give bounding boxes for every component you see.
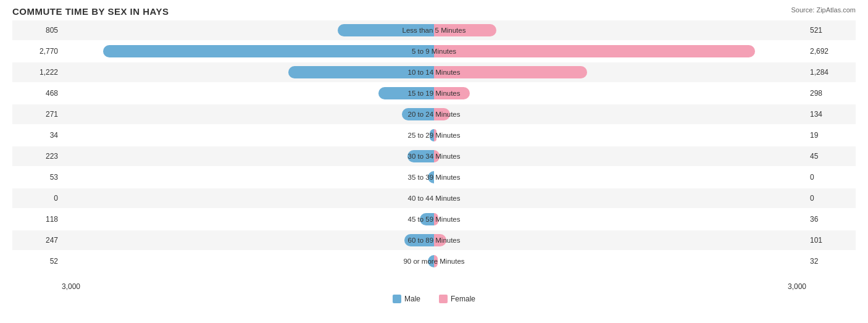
male-bar (103, 45, 434, 57)
female-bar-wrap (434, 129, 792, 141)
male-bar-wrap (76, 255, 434, 267)
female-bar (434, 108, 450, 120)
table-row: 247 60 to 89 Minutes 101 (12, 230, 856, 250)
male-value: 223 (12, 152, 62, 161)
table-row: 0 40 to 44 Minutes 0 (12, 188, 856, 208)
male-value: 1,222 (12, 68, 62, 77)
bars-center: 35 to 39 Minutes (62, 167, 806, 187)
female-value: 0 (806, 173, 856, 182)
male-bar (420, 213, 434, 225)
bars-center: 5 to 9 Minutes (62, 41, 806, 61)
source-text: Source: ZipAtlas.com (791, 6, 856, 14)
bars-center: 40 to 44 Minutes (62, 188, 806, 208)
female-value: 134 (806, 110, 856, 119)
female-bar (434, 213, 438, 225)
female-bar (434, 87, 470, 99)
female-value: 1,284 (806, 68, 856, 77)
male-bar-wrap (76, 129, 434, 141)
table-row: 223 30 to 34 Minutes 45 (12, 146, 856, 166)
bars-center: 90 or more Minutes (62, 251, 806, 271)
female-bar (434, 66, 587, 78)
table-row: 52 90 or more Minutes 32 (12, 251, 856, 271)
bars-center: 25 to 29 Minutes (62, 125, 806, 145)
chart-area: 805 Less than 5 Minutes 521 2,770 5 to 9… (12, 20, 856, 280)
female-bar-wrap (434, 108, 792, 120)
legend: Male Female (12, 295, 856, 303)
male-bar (378, 87, 434, 99)
male-bar (338, 24, 434, 36)
female-bar-wrap (434, 24, 792, 36)
female-value: 298 (806, 89, 856, 98)
axis-bottom: 3,000 3,000 (12, 282, 856, 291)
axis-right-label: 3,000 (788, 282, 806, 291)
male-bar-wrap (76, 24, 434, 36)
bars-center: 45 to 59 Minutes (62, 209, 806, 229)
table-row: 271 20 to 24 Minutes 134 (12, 104, 856, 124)
male-bar (430, 129, 434, 141)
female-bar (434, 150, 440, 162)
female-bar-wrap (434, 255, 792, 267)
male-bar-wrap (76, 87, 434, 99)
male-bar-wrap (76, 171, 434, 183)
female-value: 0 (806, 194, 856, 203)
male-bar (288, 66, 434, 78)
male-value: 805 (12, 26, 62, 35)
bars-center: 20 to 24 Minutes (62, 104, 806, 124)
bars-center: Less than 5 Minutes (62, 20, 806, 40)
female-value: 2,692 (806, 47, 856, 56)
table-row: 118 45 to 59 Minutes 36 (12, 209, 856, 229)
bars-center: 10 to 14 Minutes (62, 62, 806, 82)
male-value: 34 (12, 131, 62, 140)
male-value: 53 (12, 173, 62, 182)
female-bar-wrap (434, 87, 792, 99)
female-bar-wrap (434, 66, 792, 78)
male-value: 0 (12, 194, 62, 203)
bars-center: 60 to 89 Minutes (62, 230, 806, 250)
female-value: 45 (806, 152, 856, 161)
female-value: 32 (806, 257, 856, 266)
female-bar-wrap (434, 234, 792, 246)
female-value: 36 (806, 215, 856, 224)
female-bar (434, 24, 496, 36)
female-bar (434, 255, 438, 267)
female-bar-wrap (434, 213, 792, 225)
male-bar-wrap (76, 234, 434, 246)
male-legend-label: Male (404, 295, 420, 303)
male-bar-wrap (76, 66, 434, 78)
female-bar-wrap (434, 150, 792, 162)
table-row: 1,222 10 to 14 Minutes 1,284 (12, 62, 856, 82)
male-bar (402, 108, 434, 120)
male-bar-wrap (76, 45, 434, 57)
table-row: 468 15 to 19 Minutes 298 (12, 83, 856, 103)
table-row: 805 Less than 5 Minutes 521 (12, 20, 856, 40)
female-value: 19 (806, 131, 856, 140)
male-value: 2,770 (12, 47, 62, 56)
legend-male: Male (393, 295, 420, 303)
female-value: 101 (806, 236, 856, 245)
male-legend-box (393, 295, 401, 303)
male-value: 52 (12, 257, 62, 266)
axis-left-label: 3,000 (62, 282, 80, 291)
female-legend-box (439, 295, 448, 303)
female-bar (434, 129, 436, 141)
female-bar-wrap (434, 192, 792, 204)
male-bar (428, 171, 434, 183)
male-bar-wrap (76, 108, 434, 120)
table-row: 34 25 to 29 Minutes 19 (12, 125, 856, 145)
male-value: 468 (12, 89, 62, 98)
chart-container: COMMUTE TIME BY SEX IN HAYS Source: ZipA… (0, 0, 868, 323)
female-bar (434, 234, 446, 246)
male-value: 247 (12, 236, 62, 245)
legend-female: Female (439, 295, 475, 303)
bars-center: 30 to 34 Minutes (62, 146, 806, 166)
male-bar (428, 255, 434, 267)
male-bar-wrap (76, 192, 434, 204)
male-bar (407, 150, 434, 162)
male-value: 118 (12, 215, 62, 224)
male-bar-wrap (76, 213, 434, 225)
female-bar-wrap (434, 171, 792, 183)
female-bar (434, 45, 755, 57)
chart-title: COMMUTE TIME BY SEX IN HAYS (12, 6, 856, 17)
female-value: 521 (806, 26, 856, 35)
female-bar-wrap (434, 45, 792, 57)
